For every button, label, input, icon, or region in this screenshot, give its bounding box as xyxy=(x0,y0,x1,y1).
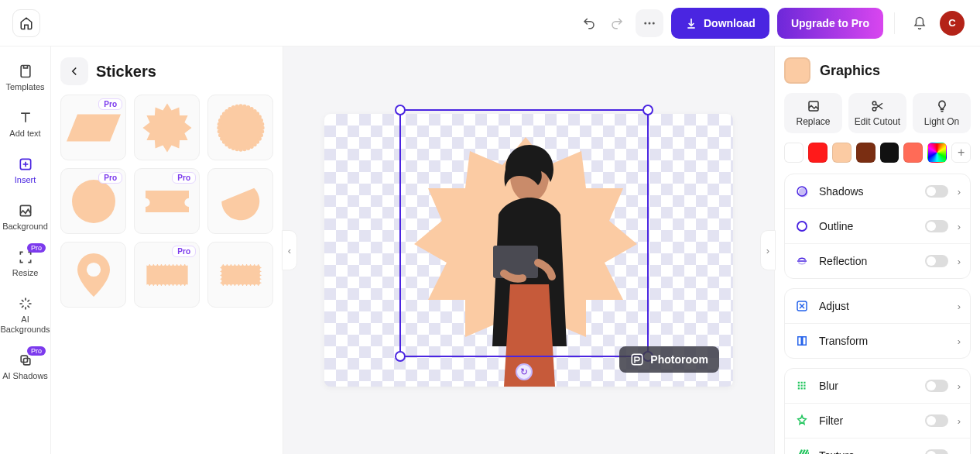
redo-icon xyxy=(610,16,624,30)
toggle[interactable] xyxy=(925,185,948,198)
svg-point-77 xyxy=(227,262,230,265)
svg-point-59 xyxy=(161,284,164,287)
nav-label: Resize xyxy=(12,268,39,277)
svg-point-29 xyxy=(217,126,221,129)
undo-button[interactable] xyxy=(575,9,603,37)
property-row-adjust[interactable]: Adjust › xyxy=(785,289,970,323)
selection-handle-bl[interactable] xyxy=(395,351,406,362)
adjust-icon xyxy=(794,298,810,314)
panel-collapse-right[interactable]: › xyxy=(760,230,776,270)
nav-templates[interactable]: Templates xyxy=(0,54,50,101)
color-picker-swatch[interactable] xyxy=(927,143,947,163)
svg-point-36 xyxy=(231,105,235,109)
svg-point-70 xyxy=(185,262,188,265)
selection-handle-tl[interactable] xyxy=(395,105,406,115)
nav-ai-shadows[interactable]: Pro AI Shadows xyxy=(0,343,50,390)
sticker-tile-burst36[interactable] xyxy=(207,95,273,160)
property-row-reflection[interactable]: Reflection › xyxy=(785,243,970,278)
sticker-tile-ticket[interactable]: Pro xyxy=(134,168,200,234)
chevron-right-icon: › xyxy=(958,221,961,232)
sticker-tile-teardrop[interactable] xyxy=(207,168,273,234)
transform-icon xyxy=(794,333,810,349)
toggle[interactable] xyxy=(925,414,948,427)
nav-insert[interactable]: Insert xyxy=(0,147,50,194)
action-light-on[interactable]: Light On xyxy=(913,93,971,133)
svg-point-18 xyxy=(245,146,249,150)
stickers-panel: Stickers ProProProPro xyxy=(51,46,283,454)
nav-ai-backgrounds[interactable]: AI Backgrounds xyxy=(0,287,50,342)
color-swatches: + xyxy=(784,143,971,163)
selection-handle-tr[interactable] xyxy=(642,105,653,115)
svg-marker-8 xyxy=(67,114,121,141)
add-color-swatch[interactable]: + xyxy=(951,143,971,163)
color-swatch[interactable] xyxy=(903,143,923,163)
sticker-tile-circle[interactable]: Pro xyxy=(60,168,126,234)
svg-point-92 xyxy=(255,284,258,287)
svg-point-103 xyxy=(218,279,221,282)
sticker-tile-pin[interactable] xyxy=(60,242,126,308)
color-swatch[interactable] xyxy=(832,143,852,163)
svg-point-83 xyxy=(238,262,242,265)
upgrade-button[interactable]: Upgrade to Pro xyxy=(777,8,883,39)
property-row-shadows[interactable]: Shadows › xyxy=(785,174,970,208)
chevron-right-icon: › xyxy=(958,301,961,312)
svg-rect-122 xyxy=(804,382,805,383)
pro-badge: Pro xyxy=(27,346,46,356)
pro-badge: Pro xyxy=(98,98,122,110)
toggle[interactable] xyxy=(925,220,948,232)
action-edit-cutout[interactable]: Edit Cutout xyxy=(848,93,906,133)
sticker-tile-stamp2[interactable] xyxy=(207,242,273,308)
svg-point-20 xyxy=(238,147,242,151)
nav-label: Add text xyxy=(9,129,40,138)
home-icon xyxy=(19,16,33,30)
svg-point-99 xyxy=(218,271,221,274)
sticker-tile-parallelogram[interactable]: Pro xyxy=(60,95,126,160)
svg-point-12 xyxy=(259,129,263,133)
toggle[interactable] xyxy=(925,449,948,454)
svg-point-64 xyxy=(173,262,176,265)
nav-add-text[interactable]: Add text xyxy=(0,101,50,147)
layer-thumbnail[interactable] xyxy=(784,57,810,84)
property-row-blur[interactable]: Blur › xyxy=(785,369,970,403)
svg-rect-110 xyxy=(632,354,643,365)
property-row-outline[interactable]: Outline › xyxy=(785,208,970,243)
color-swatch[interactable] xyxy=(808,143,828,163)
action-replace[interactable]: Replace xyxy=(784,93,842,133)
download-icon xyxy=(685,17,697,29)
stickers-title: Stickers xyxy=(96,63,156,81)
filter-icon xyxy=(794,413,810,428)
nav-background[interactable]: Background xyxy=(0,194,50,240)
sticker-tile-burst20[interactable] xyxy=(134,95,200,160)
home-button[interactable] xyxy=(12,9,40,37)
redo-button[interactable] xyxy=(603,9,631,37)
avatar[interactable]: C xyxy=(940,11,965,36)
toggle[interactable] xyxy=(925,380,948,392)
notifications-button[interactable] xyxy=(906,9,934,37)
svg-point-79 xyxy=(231,262,234,265)
svg-point-45 xyxy=(259,118,262,122)
nav-resize[interactable]: Pro Resize xyxy=(0,240,50,287)
svg-point-85 xyxy=(242,262,245,265)
artboard[interactable]: ↻ Photoroom xyxy=(324,114,733,387)
download-button[interactable]: Download xyxy=(671,8,769,39)
more-button[interactable] xyxy=(636,9,663,37)
property-row-transform[interactable]: Transform › xyxy=(785,323,970,358)
color-swatch[interactable] xyxy=(880,143,899,163)
sticker-tile-stamp[interactable]: Pro xyxy=(134,242,200,308)
property-label: Filter xyxy=(819,414,916,427)
svg-point-113 xyxy=(872,108,876,112)
action-label: Edit Cutout xyxy=(855,116,900,127)
templates-icon xyxy=(18,64,33,79)
property-row-texture[interactable]: Texture › xyxy=(785,438,970,454)
color-swatch[interactable] xyxy=(784,143,804,163)
svg-point-76 xyxy=(223,284,226,287)
color-swatch[interactable] xyxy=(856,143,875,163)
svg-point-28 xyxy=(217,129,221,133)
svg-point-100 xyxy=(259,271,262,274)
selection-box[interactable]: ↻ xyxy=(399,109,649,357)
toggle[interactable] xyxy=(925,255,948,267)
back-button[interactable] xyxy=(60,57,88,85)
panel-collapse-left[interactable]: ‹ xyxy=(282,230,297,270)
property-row-filter[interactable]: Filter › xyxy=(785,403,970,438)
selection-rotate-handle[interactable]: ↻ xyxy=(516,363,533,380)
